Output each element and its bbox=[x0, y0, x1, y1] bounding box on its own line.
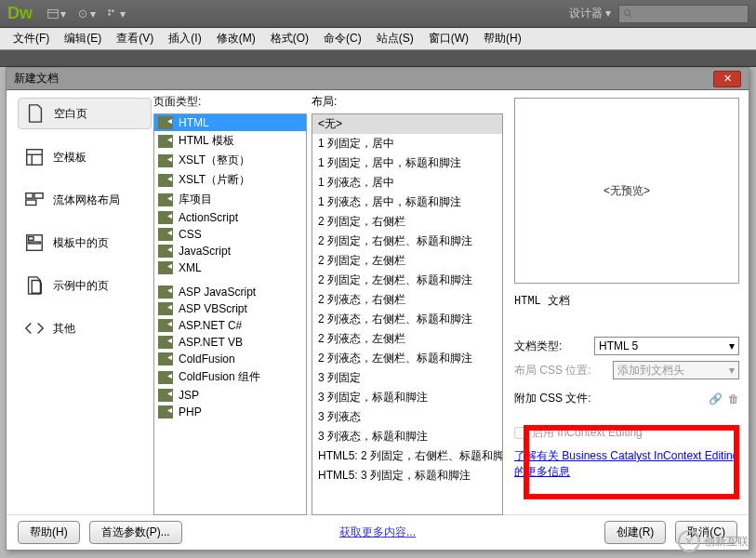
filetype-icon bbox=[158, 174, 173, 187]
page-type-item[interactable]: ASP.NET C# bbox=[154, 317, 306, 334]
page-type-item[interactable]: XSLT（整页） bbox=[154, 151, 306, 170]
layout-item[interactable]: HTML5: 2 列固定，右侧栏、标题和脚注 bbox=[312, 446, 502, 466]
page-type-item[interactable]: ColdFusion bbox=[154, 351, 306, 367]
page-type-item[interactable]: ASP.NET VB bbox=[154, 334, 306, 351]
menu-window[interactable]: 窗口(W) bbox=[421, 31, 476, 46]
page-type-list[interactable]: HTMLHTML 模板XSLT（整页）XSLT（片断）库项目ActionScri… bbox=[153, 113, 307, 515]
category-other[interactable]: 其他 bbox=[18, 313, 152, 343]
layout-item[interactable]: 2 列液态，左侧栏 bbox=[312, 329, 502, 349]
page-type-item[interactable]: HTML 模板 bbox=[154, 131, 306, 151]
dialog-footer: 帮助(H) 首选参数(P)... 获取更多内容... 创建(R) 取消(C) bbox=[7, 514, 749, 550]
filetype-icon bbox=[158, 154, 173, 167]
prefs-button[interactable]: 首选参数(P)... bbox=[89, 521, 182, 544]
attach-css-row: 附加 CSS 文件: 🔗 🗑 bbox=[514, 391, 739, 406]
filetype-icon bbox=[158, 135, 173, 148]
doctype-select[interactable]: HTML 5▾ bbox=[594, 337, 739, 355]
app-logo: Dw bbox=[7, 4, 33, 23]
extensions-icon[interactable]: ▾ bbox=[77, 5, 96, 23]
page-type-item[interactable]: XSLT（片断） bbox=[154, 170, 306, 190]
menu-site[interactable]: 站点(S) bbox=[369, 31, 421, 46]
workspace-background bbox=[0, 50, 756, 67]
menu-insert[interactable]: 插入(I) bbox=[161, 31, 208, 46]
svg-rect-16 bbox=[29, 237, 33, 241]
page-type-item[interactable]: PHP bbox=[154, 404, 306, 420]
menu-commands[interactable]: 命令(C) bbox=[316, 31, 369, 46]
svg-rect-9 bbox=[27, 150, 43, 166]
search-input[interactable] bbox=[618, 5, 749, 23]
svg-point-3 bbox=[82, 13, 84, 15]
delete-css-icon[interactable]: 🗑 bbox=[728, 392, 739, 405]
layout-item[interactable]: 3 列固定 bbox=[312, 368, 502, 388]
layout-list[interactable]: <无>1 列固定，居中1 列固定，居中，标题和脚注1 列液态，居中1 列液态，居… bbox=[312, 113, 503, 515]
no-preview-text: <无预览> bbox=[603, 183, 650, 199]
page-type-item[interactable]: HTML bbox=[154, 114, 306, 131]
site-icon[interactable]: ▾ bbox=[107, 5, 126, 23]
page-type-item[interactable]: ActionScript bbox=[154, 209, 306, 226]
menu-edit[interactable]: 编辑(E) bbox=[57, 31, 109, 46]
filetype-icon bbox=[158, 261, 173, 274]
filetype-icon bbox=[158, 193, 173, 206]
svg-rect-5 bbox=[112, 9, 113, 11]
layout-item[interactable]: 1 列液态，居中 bbox=[312, 173, 502, 193]
close-button[interactable]: ✕ bbox=[713, 71, 741, 87]
filetype-icon bbox=[158, 228, 173, 241]
page-type-item[interactable]: ASP JavaScript bbox=[154, 284, 306, 300]
page-type-item[interactable]: CSS bbox=[154, 226, 306, 243]
menu-help[interactable]: 帮助(H) bbox=[476, 31, 529, 46]
category-fluid-grid[interactable]: 流体网格布局 bbox=[18, 185, 152, 215]
page-type-item[interactable]: XML bbox=[154, 259, 306, 276]
layout-item[interactable]: 2 列液态，右侧栏 bbox=[312, 290, 502, 310]
get-more-link[interactable]: 获取更多内容... bbox=[339, 525, 416, 540]
layout-item[interactable]: 2 列固定，左侧栏、标题和脚注 bbox=[312, 271, 502, 290]
filetype-icon bbox=[158, 405, 173, 418]
svg-rect-4 bbox=[109, 9, 111, 11]
page-type-pane: 页面类型: HTMLHTML 模板XSLT（整页）XSLT（片断）库项目Acti… bbox=[152, 90, 310, 514]
page-type-item[interactable]: ASP VBScript bbox=[154, 300, 306, 317]
layout-item[interactable]: 2 列固定，右侧栏 bbox=[312, 212, 502, 232]
layout-item[interactable]: 3 列液态，标题和脚注 bbox=[312, 427, 502, 446]
template-icon bbox=[23, 146, 46, 168]
page-type-item[interactable]: 库项目 bbox=[154, 190, 306, 209]
help-button[interactable]: 帮助(H) bbox=[18, 521, 80, 544]
layout-item[interactable]: 2 列液态，左侧栏、标题和脚注 bbox=[312, 349, 502, 368]
layout-item[interactable]: 2 列固定，左侧栏 bbox=[312, 251, 502, 271]
sample-page-icon bbox=[23, 274, 46, 297]
layout-item[interactable]: 1 列液态，居中，标题和脚注 bbox=[312, 193, 502, 212]
layout-item[interactable]: 1 列固定，居中，标题和脚注 bbox=[312, 153, 502, 173]
category-blank-template[interactable]: 空模板 bbox=[18, 142, 152, 172]
category-sample-page[interactable]: 示例中的页 bbox=[18, 271, 152, 300]
svg-rect-0 bbox=[48, 9, 59, 18]
create-button[interactable]: 创建(R) bbox=[604, 521, 667, 544]
workspace-switcher[interactable]: 设计器 ▾ bbox=[569, 6, 611, 21]
link-css-icon[interactable]: 🔗 bbox=[709, 392, 723, 405]
incontext-link[interactable]: 了解有关 Business Catalyst InContext Editing… bbox=[514, 448, 739, 480]
menu-file[interactable]: 文件(F) bbox=[6, 31, 57, 46]
layout-item[interactable]: 2 列液态，右侧栏、标题和脚注 bbox=[312, 310, 502, 329]
category-blank-page[interactable]: 空白页 bbox=[18, 98, 152, 129]
page-type-label: 页面类型: bbox=[153, 94, 307, 110]
layout-label: 布局: bbox=[312, 94, 503, 110]
preview-box: <无预览> bbox=[514, 98, 739, 284]
dialog-header: 新建文档 ✕ bbox=[7, 68, 749, 90]
page-type-item[interactable]: ColdFusion 组件 bbox=[154, 367, 306, 387]
svg-line-8 bbox=[630, 14, 632, 17]
layout-item[interactable]: 3 列固定，标题和脚注 bbox=[312, 388, 502, 407]
layout-item[interactable]: <无> bbox=[312, 114, 502, 134]
menu-view[interactable]: 查看(V) bbox=[109, 31, 161, 46]
filetype-icon bbox=[158, 319, 173, 332]
layout-item[interactable]: 1 列固定，居中 bbox=[312, 134, 502, 153]
category-template-page[interactable]: 模板中的页 bbox=[18, 228, 152, 258]
page-type-item[interactable]: JavaScript bbox=[154, 243, 306, 259]
layout-item[interactable]: 3 列液态 bbox=[312, 407, 502, 427]
svg-rect-13 bbox=[34, 193, 43, 199]
filetype-icon bbox=[158, 389, 173, 402]
menu-modify[interactable]: 修改(M) bbox=[209, 31, 263, 46]
layout-item[interactable]: 2 列固定，右侧栏、标题和脚注 bbox=[312, 232, 502, 251]
page-type-item[interactable]: JSP bbox=[154, 387, 306, 404]
layout-icon[interactable]: ▾ bbox=[47, 5, 66, 23]
layout-item[interactable]: HTML5: 3 列固定，标题和脚注 bbox=[312, 466, 502, 485]
menu-format[interactable]: 格式(O) bbox=[263, 31, 316, 46]
filetype-icon bbox=[158, 286, 173, 299]
attach-css-label: 附加 CSS 文件: bbox=[514, 391, 703, 406]
incontext-checkbox bbox=[514, 427, 526, 439]
